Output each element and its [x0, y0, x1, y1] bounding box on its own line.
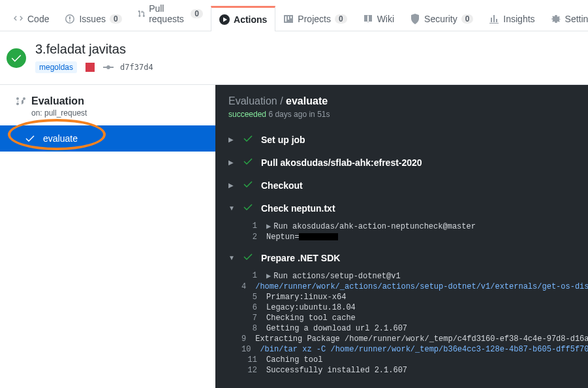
tab-pulls[interactable]: Pull requests 0: [130, 0, 211, 31]
line-text: ▶Run actions/setup-dotnet@v1: [266, 271, 401, 281]
tab-issues[interactable]: Issues 0: [57, 5, 129, 31]
status-when: 6 days ago: [268, 110, 307, 119]
line-number: 7: [241, 314, 257, 323]
tab-label: Pull requests: [149, 3, 187, 24]
check-icon: [243, 202, 253, 214]
branch-label[interactable]: megoldas: [35, 61, 77, 73]
run-meta: megoldas d7f37d4: [35, 61, 153, 74]
main-split: Evaluation on: pull_request evaluate Eva…: [0, 84, 588, 388]
pulls-count: 0: [191, 9, 203, 18]
security-count: 0: [461, 14, 474, 24]
step-name: Set up job: [261, 135, 305, 145]
line-number: 8: [241, 324, 257, 333]
repo-tabs: Code Issues 0 Pull requests 0 Actions Pr…: [0, 0, 588, 31]
log-pane: Evaluation / evaluate succeeded 6 days a…: [215, 85, 588, 388]
line-text: Successfully installed 2.1.607: [266, 366, 407, 375]
tab-wiki[interactable]: Wiki: [355, 5, 402, 31]
insights-icon: [489, 14, 499, 24]
issues-count: 0: [110, 14, 122, 24]
line-number: 10: [241, 345, 251, 354]
step-row[interactable]: ▶Pull akosdudas/sflab-ahk:efrest-2020: [215, 151, 588, 174]
chevron-icon: ▼: [228, 254, 235, 261]
crumb-root: Evaluation: [228, 95, 277, 106]
issue-icon: [65, 14, 75, 24]
step-row[interactable]: ▼Check neptun.txt: [215, 197, 588, 219]
pull-icon: [138, 8, 146, 19]
step-name: Prepare .NET SDK: [261, 253, 340, 263]
steps-list: ▶Set up job▶Pull akosdudas/sflab-ahk:efr…: [215, 128, 588, 380]
gear-icon: [551, 14, 561, 24]
chevron-icon: ▶: [228, 136, 235, 143]
tab-label: Actions: [234, 14, 267, 25]
workflow-header: Evaluation: [0, 85, 215, 108]
step-row[interactable]: ▶Checkout: [215, 174, 588, 197]
tab-insights[interactable]: Insights: [481, 5, 542, 31]
line-text: Neptun=: [266, 233, 338, 242]
step-row[interactable]: ▶Set up job: [215, 128, 588, 151]
avatar[interactable]: [84, 61, 97, 74]
step-name: Check neptun.txt: [261, 203, 335, 214]
tab-projects[interactable]: Projects 0: [275, 5, 354, 31]
line-number: 6: [241, 303, 257, 312]
log-line: 5Primary:linux-x64: [241, 292, 588, 302]
run-header: 3.feladat javitas megoldas d7f37d4: [0, 31, 588, 84]
projects-count: 0: [335, 14, 347, 24]
step-name: Pull akosdudas/sflab-ahk:efrest-2020: [261, 157, 422, 168]
line-number: 1: [241, 221, 257, 231]
chevron-icon: ▶: [228, 159, 235, 166]
log-line: 7Checking tool cache: [241, 313, 588, 323]
tab-label: Security: [424, 14, 457, 24]
workflow-trigger: on: pull_request: [0, 108, 215, 125]
wiki-icon: [363, 14, 373, 24]
log-line: 2Neptun=: [241, 232, 588, 242]
projects-icon: [283, 14, 294, 24]
status-text: succeeded: [228, 110, 266, 119]
tab-actions[interactable]: Actions: [211, 6, 275, 31]
log-line: 8Getting a download url 2.1.607: [241, 323, 588, 334]
job-row-evaluate[interactable]: evaluate: [0, 125, 215, 152]
code-icon: [13, 14, 23, 24]
check-icon: [25, 133, 35, 144]
actions-icon: [219, 14, 230, 25]
line-text: Caching tool: [266, 355, 322, 364]
line-number: 12: [241, 366, 257, 375]
step-name: Checkout: [261, 180, 303, 191]
tab-code[interactable]: Code: [5, 5, 57, 31]
commit-sha[interactable]: d7f37d4: [120, 63, 153, 72]
breadcrumb: Evaluation / evaluate: [228, 95, 575, 107]
line-text: ▶Run akosdudas/ahk-action-neptuncheck@ma…: [266, 221, 476, 231]
log-header: Evaluation / evaluate succeeded 6 days a…: [215, 85, 588, 128]
tab-label: Code: [27, 14, 49, 24]
log-line: 10/bin/tar xz -C /home/runner/work/_temp…: [241, 344, 588, 355]
line-number: 2: [241, 233, 257, 242]
tab-label: Wiki: [377, 14, 394, 24]
workflow-name: Evaluation: [31, 95, 84, 107]
line-text: Extracting Package /home/runner/work/_te…: [255, 334, 588, 344]
commit-icon: [103, 62, 114, 73]
line-text: Checking tool cache: [266, 314, 356, 323]
tab-label: Issues: [79, 14, 105, 24]
line-number: 4: [241, 282, 246, 291]
log-line: 1▶Run actions/setup-dotnet@v1: [241, 270, 588, 282]
shield-icon: [410, 14, 420, 24]
run-title: 3.feladat javitas: [35, 42, 153, 57]
step-row[interactable]: ▼Prepare .NET SDK: [215, 246, 588, 269]
line-number: 11: [241, 355, 257, 364]
sidebar: Evaluation on: pull_request evaluate: [0, 85, 215, 388]
line-text: Legacy:ubuntu.18.04: [266, 303, 356, 312]
line-text: Getting a download url 2.1.607: [266, 324, 407, 333]
check-icon: [10, 52, 22, 64]
line-number: 1: [241, 271, 257, 281]
line-number: 9: [241, 334, 246, 344]
tab-label: Settings: [565, 14, 588, 24]
tab-label: Projects: [298, 14, 331, 24]
tab-security[interactable]: Security 0: [402, 5, 481, 31]
tab-settings[interactable]: Settings: [543, 5, 588, 31]
step-log: 1▶Run akosdudas/ahk-action-neptuncheck@m…: [215, 219, 588, 246]
chevron-icon: ▼: [228, 204, 235, 212]
log-line: 11Caching tool: [241, 355, 588, 365]
crumb-leaf: evaluate: [286, 95, 328, 106]
log-line: 9Extracting Package /home/runner/work/_t…: [241, 334, 588, 344]
job-name: evaluate: [43, 133, 78, 144]
check-icon: [243, 133, 253, 146]
